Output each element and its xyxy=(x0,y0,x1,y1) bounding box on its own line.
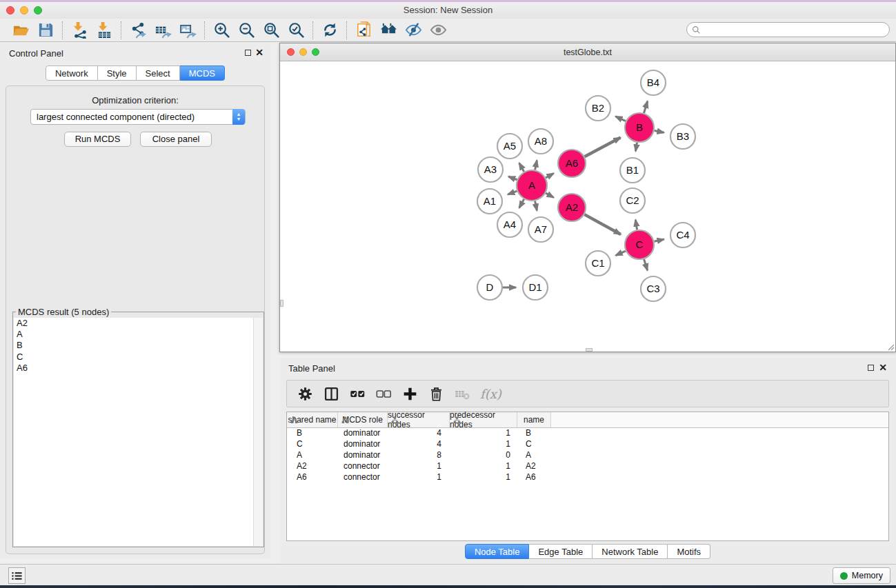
cell[interactable]: C xyxy=(517,439,551,450)
network-canvas[interactable]: B4B2BB3A5A8A6A3B1AA1C2A2A4A7CC4C1C3DD1 xyxy=(280,61,895,352)
mcds-result-item[interactable]: A2 xyxy=(14,318,263,329)
export-image-button[interactable] xyxy=(175,20,200,41)
edge-A-A2[interactable] xyxy=(546,193,554,197)
node-A1[interactable]: A1 xyxy=(477,189,502,214)
float-panel-icon[interactable] xyxy=(245,50,251,56)
edge-A-A3[interactable] xyxy=(508,176,517,180)
frame-resize-gripper-bottom[interactable] xyxy=(586,348,593,352)
save-session-button[interactable] xyxy=(33,20,58,41)
node-B1[interactable]: B1 xyxy=(620,158,645,183)
node-A6[interactable]: A6 xyxy=(558,150,586,177)
cell[interactable]: dominator xyxy=(338,450,388,461)
edge-C-C1[interactable] xyxy=(616,251,626,255)
node-D[interactable]: D xyxy=(477,275,502,300)
search-input[interactable] xyxy=(701,23,889,36)
home-button[interactable] xyxy=(376,20,401,41)
edge-A-A7[interactable] xyxy=(535,201,537,211)
node-A7[interactable]: A7 xyxy=(528,217,553,242)
tab-select[interactable]: Select xyxy=(137,65,180,81)
node-C3[interactable]: C3 xyxy=(641,276,666,301)
node-A8[interactable]: A8 xyxy=(528,129,553,154)
frame-resize-corner[interactable] xyxy=(886,343,895,351)
tab-node-table[interactable]: Node Table xyxy=(465,544,530,559)
node-A[interactable]: A xyxy=(517,170,547,201)
edge-C-C4[interactable] xyxy=(654,239,664,241)
node-C4[interactable]: C4 xyxy=(670,223,695,247)
tab-motifs[interactable]: Motifs xyxy=(668,544,710,559)
cell[interactable]: 1 xyxy=(388,472,450,483)
float-table-panel-icon[interactable] xyxy=(868,365,874,371)
cell[interactable]: C xyxy=(287,439,338,450)
add-button[interactable] xyxy=(399,383,421,405)
trash-button[interactable] xyxy=(425,383,447,405)
import-table-button[interactable] xyxy=(92,20,117,41)
mcds-result-item[interactable]: A xyxy=(14,329,263,340)
column-header-successor-nodes[interactable]: successor nodes xyxy=(388,412,450,427)
cell[interactable]: 1 xyxy=(450,439,517,450)
cell[interactable]: dominator xyxy=(338,439,388,450)
node-B[interactable]: B xyxy=(625,113,654,142)
cell[interactable]: connector xyxy=(338,461,388,472)
table-row[interactable]: Bdominator41B xyxy=(287,428,888,439)
mcds-result-item[interactable]: B xyxy=(14,340,263,351)
column-header-shared-name[interactable]: shared name xyxy=(287,412,338,427)
edge-B-B2[interactable] xyxy=(615,116,626,121)
cell[interactable]: connector xyxy=(338,472,388,483)
cell[interactable]: 1 xyxy=(450,461,517,472)
zoom-fit-button[interactable] xyxy=(259,20,283,41)
columns-button[interactable] xyxy=(320,383,342,405)
export-table-button[interactable] xyxy=(150,20,175,41)
node-C[interactable]: C xyxy=(625,230,654,259)
table-row[interactable]: A2connector11A2 xyxy=(287,461,888,472)
show-eye-button[interactable] xyxy=(426,20,450,41)
zoom-selected-button[interactable] xyxy=(283,20,308,41)
deselect-all-button[interactable] xyxy=(372,383,395,405)
close-panel-icon[interactable]: ✕ xyxy=(255,46,263,59)
node-A5[interactable]: A5 xyxy=(497,134,522,159)
node-A2[interactable]: A2 xyxy=(558,194,586,221)
zoom-out-button[interactable] xyxy=(234,20,259,41)
new-session-network-button[interactable] xyxy=(351,20,376,41)
tab-mcds[interactable]: MCDS xyxy=(180,65,225,81)
table-row[interactable]: A6connector11A6 xyxy=(287,472,888,483)
node-A3[interactable]: A3 xyxy=(478,157,503,182)
select-all-button[interactable] xyxy=(346,383,368,405)
cell[interactable]: 0 xyxy=(450,450,517,461)
node-B2[interactable]: B2 xyxy=(586,96,610,121)
network-graph[interactable]: B4B2BB3A5A8A6A3B1AA1C2A2A4A7CC4C1C3DD1 xyxy=(280,61,895,352)
column-header-predecessor-nodes[interactable]: predecessor nodes xyxy=(450,412,517,427)
edge-C-C3[interactable] xyxy=(644,259,648,270)
edge-B-B4[interactable] xyxy=(644,101,647,113)
edge-A2-C[interactable] xyxy=(584,214,620,234)
result-list-scrollbar[interactable] xyxy=(253,318,263,546)
node-B4[interactable]: B4 xyxy=(641,70,666,95)
table-row[interactable]: Cdominator41C xyxy=(287,439,888,450)
export-network-button[interactable] xyxy=(126,20,150,41)
open-file-button[interactable] xyxy=(8,20,33,41)
cell[interactable]: A xyxy=(287,450,338,461)
import-network-button[interactable] xyxy=(67,20,92,41)
network-window-titlebar[interactable]: testGlobe.txt xyxy=(280,43,895,61)
node-C1[interactable]: C1 xyxy=(586,251,610,276)
zoom-in-button[interactable] xyxy=(209,20,234,41)
cell[interactable]: 4 xyxy=(388,428,450,439)
tab-network-table[interactable]: Network Table xyxy=(593,544,668,559)
hide-eye-button[interactable] xyxy=(401,20,426,41)
edge-A-A4[interactable] xyxy=(519,199,524,208)
memory-button[interactable]: Memory xyxy=(833,567,890,584)
edge-A-A1[interactable] xyxy=(508,191,517,194)
cell[interactable]: 1 xyxy=(450,472,517,483)
cell[interactable]: 4 xyxy=(388,439,450,450)
gear-button[interactable] xyxy=(294,383,316,405)
edge-A6-B[interactable] xyxy=(585,138,621,157)
close-panel-button[interactable]: Close panel xyxy=(140,132,212,147)
frame-resize-gripper-left[interactable] xyxy=(280,300,283,307)
cell[interactable]: A6 xyxy=(517,472,551,483)
cell[interactable]: A2 xyxy=(517,461,551,472)
task-history-button[interactable] xyxy=(8,567,26,584)
edge-A-A5[interactable] xyxy=(519,163,524,172)
node-A4[interactable]: A4 xyxy=(497,212,522,237)
run-mcds-button[interactable]: Run MCDS xyxy=(64,132,131,147)
table-row[interactable]: Adominator80A xyxy=(287,450,888,461)
cell[interactable]: A2 xyxy=(287,461,338,472)
